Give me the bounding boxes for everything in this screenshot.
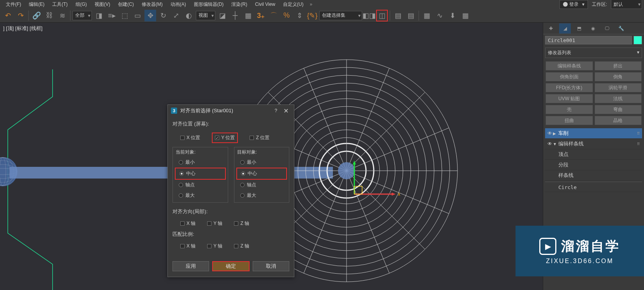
utility-tab-icon[interactable]: 🔧 [615, 23, 627, 34]
x-pos-checkbox[interactable]: X 位置 [180, 133, 200, 143]
y-axis-checkbox[interactable]: Y 轴 [207, 220, 222, 227]
radio-current-min[interactable]: 最小 [175, 157, 226, 168]
mirror-icon[interactable]: ◧◨ [363, 10, 375, 21]
stack-item-lathe[interactable]: 👁 ▶ 车削 ⠿ [545, 128, 642, 139]
snap-toggle-icon[interactable]: 3₊ [255, 10, 267, 21]
stack-config-icon[interactable]: ⠿ [637, 142, 640, 146]
ok-button[interactable]: 确定 [212, 261, 250, 271]
mod-btn-bevelprofile[interactable]: 倒角剖面 [545, 72, 593, 81]
stack-item-circle[interactable]: Circle [545, 183, 642, 192]
radio-current-pivot[interactable]: 轴点 [175, 180, 226, 190]
mod-btn-extrude[interactable]: 挤出 [595, 61, 642, 71]
mod-btn-bend[interactable]: 弯曲 [595, 105, 642, 114]
modify-tab-icon[interactable]: ◢ [559, 23, 571, 34]
mod-btn-editspline[interactable]: 编辑样条线 [545, 61, 593, 71]
menu-create[interactable]: 创建(C) [114, 0, 138, 9]
mod-btn-bevel[interactable]: 倒角 [595, 72, 642, 81]
material-editor-icon[interactable]: ▦ [459, 10, 471, 21]
stack-sub-segment[interactable]: 分段 [545, 160, 642, 170]
eye-icon[interactable]: 👁 [547, 131, 553, 136]
expand-icon[interactable]: ▶ [553, 131, 558, 136]
dialog-help-icon[interactable]: ? [271, 108, 281, 113]
menu-tools[interactable]: 工具(T) [48, 0, 71, 9]
menu-graph-editor[interactable]: 图形编辑器(D) [190, 0, 228, 9]
scale-x-checkbox[interactable]: X 轴 [180, 243, 195, 249]
filter-dropdown[interactable]: 全部 [72, 11, 92, 20]
z-axis-checkbox[interactable]: Z 轴 [234, 220, 249, 227]
menu-more-icon[interactable]: » [307, 2, 315, 7]
move-gizmo[interactable]: x [343, 159, 413, 215]
curve-editor-icon[interactable]: ∿ [434, 10, 445, 21]
layer-icon[interactable]: ▤ [405, 10, 417, 21]
menu-views[interactable]: 视图(V) [91, 0, 114, 9]
mod-btn-normal[interactable]: 法线 [595, 94, 642, 103]
y-pos-checkbox[interactable]: Y 位置 [212, 133, 238, 143]
mod-btn-ffd[interactable]: FFD(长方体) [545, 83, 593, 92]
menu-civil-view[interactable]: Civil View [251, 0, 279, 8]
mod-btn-turbosmooth[interactable]: 涡轮平滑 [595, 83, 642, 92]
mod-btn-shell[interactable]: 壳 [545, 105, 593, 114]
expand-icon[interactable]: ▼ [553, 142, 558, 146]
link-icon[interactable]: 🔗 [31, 10, 42, 21]
stack-sub-vertex[interactable]: 顶点 [545, 149, 642, 160]
z-pos-checkbox[interactable]: Z 位置 [250, 133, 269, 143]
mod-btn-lattice[interactable]: 晶格 [595, 116, 642, 125]
hierarchy-tab-icon[interactable]: ⬒ [573, 23, 585, 34]
stack-config-icon[interactable]: ⠿ [637, 131, 640, 136]
object-name-field[interactable]: Circle001 [545, 36, 632, 44]
radio-current-center[interactable]: 中心 [175, 168, 226, 180]
menu-modifiers[interactable]: 修改器(M) [138, 0, 167, 9]
angle-snap-icon[interactable]: ⌒ [268, 10, 280, 21]
radio-target-center[interactable]: 中心 [236, 168, 287, 180]
move-icon[interactable]: ✥ [144, 10, 156, 21]
cancel-button[interactable]: 取消 [253, 261, 289, 271]
spinner-snap-icon[interactable]: ⇕ [294, 10, 305, 21]
eye-icon[interactable]: 👁 [547, 141, 553, 147]
apply-button[interactable]: 应用 [172, 261, 209, 271]
mod-btn-twist[interactable]: 扭曲 [545, 116, 593, 125]
scale-y-checkbox[interactable]: Y 轴 [207, 243, 222, 249]
viewport-label[interactable]: ] [顶] [标准] [线框] [3, 25, 42, 32]
menu-group[interactable]: 组(G) [72, 0, 91, 9]
scale-icon[interactable]: ⤢ [170, 10, 182, 21]
dialog-close-icon[interactable]: ✕ [281, 107, 291, 115]
motion-tab-icon[interactable]: ◉ [587, 23, 599, 34]
stack-item-editspline[interactable]: 👁 ▼ 编辑样条线 ⠿ [545, 139, 642, 149]
menu-animation[interactable]: 动画(A) [167, 0, 190, 9]
undo-icon[interactable]: ↶ [2, 10, 14, 21]
radio-target-pivot[interactable]: 轴点 [236, 180, 287, 190]
select-obj-icon[interactable]: ◨ [93, 10, 105, 21]
workspace-dropdown[interactable]: 默认 [611, 0, 642, 9]
radio-target-min[interactable]: 最小 [236, 157, 287, 168]
manipulate-icon[interactable]: ┼ [229, 10, 241, 21]
percent-snap-icon[interactable]: % [281, 10, 292, 21]
stack-sub-spline[interactable]: 样条线 [545, 170, 642, 181]
edit-sel-icon[interactable]: {✎} [306, 10, 318, 21]
x-axis-checkbox[interactable]: X 轴 [180, 220, 195, 227]
refcoord-dropdown[interactable]: 视图 [196, 11, 215, 20]
display-tab-icon[interactable]: 🖵 [601, 23, 613, 34]
menu-render[interactable]: 渲染(R) [227, 0, 251, 9]
modifier-list-dropdown[interactable]: 修改器列表 [545, 48, 642, 58]
viewport[interactable]: ] [顶] [标准] [线框] [0, 23, 543, 290]
menu-edit[interactable]: 编辑(E) [25, 0, 48, 9]
named-sel-dropdown[interactable]: 创建选择集 [319, 11, 362, 20]
menu-file[interactable]: 文件(F) [2, 0, 25, 9]
select-rect-icon[interactable]: ⬚ [119, 10, 130, 21]
menu-customize[interactable]: 自定义(U) [279, 0, 308, 9]
dialog-titlebar[interactable]: 3 对齐当前选择 (Star001) ? ✕ [168, 105, 294, 117]
radio-current-max[interactable]: 最大 [175, 190, 226, 201]
select-window-icon[interactable]: ▭ [132, 10, 143, 21]
login-button[interactable]: 登录 ▾ [560, 0, 588, 9]
radio-target-max[interactable]: 最大 [236, 190, 287, 201]
create-tab-icon[interactable]: ✚ [545, 23, 557, 34]
keyboard-shortcut-icon[interactable]: ▦ [242, 10, 254, 21]
schematic-icon[interactable]: ⬇ [447, 10, 458, 21]
rotate-icon[interactable]: ↻ [157, 10, 169, 21]
layer-explorer-icon[interactable]: ▤ [392, 10, 404, 21]
select-by-name-icon[interactable]: ≡▸ [106, 10, 118, 21]
unlink-icon[interactable]: ⛓ [44, 10, 55, 21]
object-color-swatch[interactable] [633, 36, 642, 44]
mod-btn-uvw[interactable]: UVW 贴图 [545, 94, 593, 103]
place-icon[interactable]: ◐ [183, 10, 195, 21]
